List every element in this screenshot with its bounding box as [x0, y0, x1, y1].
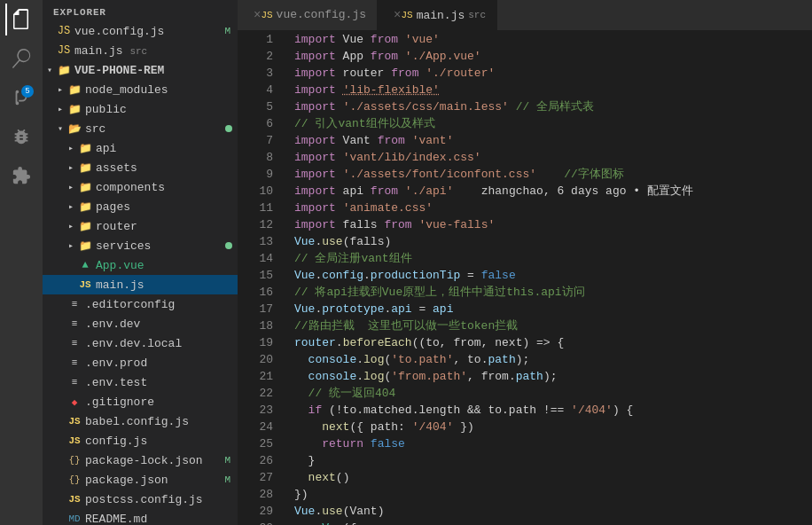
list-item[interactable]: 📁 components [43, 177, 238, 197]
folder-open-icon: 📂 [67, 121, 82, 136]
folder-icon: 📁 [78, 239, 92, 253]
tab-main-js[interactable]: × JS main.js src [378, 0, 497, 30]
list-item[interactable]: JS config.js [43, 431, 238, 451]
tree-arrow [64, 141, 78, 155]
code-line: next({ path: '/404' }) [294, 419, 812, 435]
tree-arrow [53, 82, 67, 97]
code-line: next() [294, 469, 812, 486]
tree-label: vue.config.js [74, 25, 224, 38]
line-numbers: 12345 678910 1112131415 1617181920 21222… [238, 31, 280, 525]
editor-tabs: × JS vue.config.js × JS main.js src [238, 0, 812, 31]
tree-arrow [64, 219, 78, 233]
file-tree: JS vue.config.js M JS main.js src 📁 VUE-… [43, 21, 238, 525]
json-icon: {} [67, 473, 82, 487]
sidebar-item-services[interactable]: 📁 services [43, 236, 238, 255]
js-icon: JS [57, 24, 71, 38]
code-editor: 12345 678910 1112131415 1617181920 21222… [238, 31, 812, 525]
code-line: // 全局注册vant组件 [294, 250, 812, 267]
list-item[interactable]: JS postcss.config.js [43, 490, 238, 509]
list-item[interactable]: JS babel.config.js [43, 411, 238, 431]
git-icon: ◆ [67, 395, 82, 409]
source-control-icon[interactable]: 5 [5, 82, 37, 114]
search-icon[interactable] [5, 43, 37, 74]
tree-label: public [85, 103, 238, 116]
code-line: Vue.config.productionTip = false [294, 267, 812, 284]
vue-icon: ▲ [78, 258, 92, 272]
tree-arrow [53, 121, 67, 136]
code-line: import Vant from 'vant' [294, 132, 812, 149]
tree-arrow [64, 180, 78, 194]
code-line: import falls from 'vue-falls' [294, 216, 812, 233]
code-line: router.beforeEach((to, from, next) => { [294, 334, 812, 351]
list-item[interactable]: 📁 api [43, 138, 238, 158]
folder-icon: 📁 [67, 82, 82, 97]
list-item[interactable]: 📁 public [43, 99, 238, 119]
list-item[interactable]: ≡ .env.dev.local [43, 333, 238, 353]
code-line: // 统一返回404 [294, 385, 812, 402]
list-item[interactable]: JS main.js src [43, 41, 238, 60]
debug-icon[interactable] [5, 121, 37, 153]
folder-icon: 📁 [57, 63, 71, 77]
code-line: import './assets/css/main.less' // 全局样式表 [294, 98, 812, 115]
code-line: //路由拦截 这里也可以做一些token拦截 [294, 317, 812, 334]
tree-label: README.md [85, 513, 238, 526]
services-label: services [96, 239, 225, 253]
code-line: import 'vant/lib/index.css' [294, 149, 812, 166]
tree-label: assets [96, 161, 238, 175]
code-line: console.log('to.path', to.path); [294, 351, 812, 368]
list-item[interactable]: ≡ .env.dev [43, 314, 238, 333]
tree-label: main.js [96, 278, 238, 292]
code-line: import App from './App.vue' [294, 48, 812, 65]
tree-label: pages [96, 200, 238, 214]
tree-arrow [64, 239, 78, 253]
list-item[interactable]: JS main.js [43, 275, 238, 294]
config-icon: ≡ [67, 297, 82, 311]
list-item[interactable]: 📂 src [43, 119, 238, 138]
tree-label: src [85, 122, 225, 136]
code-line: Vue.use(falls) [294, 233, 812, 250]
tab-close-btn[interactable]: × [254, 8, 261, 22]
json-icon: {} [67, 453, 82, 467]
code-line: import Vue from 'vue' [294, 31, 812, 48]
folder-icon: 📁 [78, 161, 92, 175]
tree-label: App.vue [96, 259, 238, 272]
tree-label: package.json [85, 474, 224, 487]
code-line: // 引入vant组件以及样式 [294, 115, 812, 132]
code-content[interactable]: import Vue from 'vue' import App from '.… [280, 31, 812, 525]
sidebar-item-router[interactable]: 📁 router [43, 216, 238, 236]
modified-dot [225, 242, 232, 249]
code-line: return false [294, 435, 812, 452]
extensions-icon[interactable] [5, 160, 37, 192]
router-label: router [96, 220, 238, 233]
list-item[interactable]: ▲ App.vue ← [43, 255, 238, 275]
tab-vue-config[interactable]: × JS vue.config.js [238, 0, 378, 30]
list-item[interactable]: JS vue.config.js M [43, 21, 238, 41]
list-item[interactable]: ◆ .gitignore [43, 392, 238, 411]
list-item[interactable]: MD README.md [43, 509, 238, 525]
list-item[interactable]: 📁 VUE-PHONE-REM [43, 60, 238, 80]
folder-icon: 📁 [78, 219, 92, 233]
modified-dot [225, 125, 232, 132]
tab-close-btn[interactable]: × [394, 8, 401, 22]
env-icon: ≡ [67, 375, 82, 389]
list-item[interactable]: 📁 assets [43, 158, 238, 177]
list-item[interactable]: ≡ .editorconfig [43, 294, 238, 314]
code-line: if (!to.matched.length && to.path !== '/… [294, 402, 812, 419]
list-item[interactable]: 📁 node_modules [43, 80, 238, 99]
files-icon[interactable] [5, 4, 37, 35]
tree-label: .env.dev.local [85, 337, 238, 350]
tab-js-icon: JS [261, 10, 272, 20]
code-line: new Vue({ [294, 520, 812, 525]
tab-label: main.js [417, 9, 465, 22]
tree-label: components [96, 181, 238, 194]
folder-icon: 📁 [78, 200, 92, 214]
tree-label: main.js src [74, 44, 238, 58]
list-item[interactable]: ≡ .env.prod [43, 353, 238, 372]
list-item[interactable]: {} package-lock.json M [43, 451, 238, 470]
tree-label: .env.test [85, 376, 238, 389]
list-item[interactable]: ≡ .env.test [43, 372, 238, 392]
list-item[interactable]: {} package.json M [43, 470, 238, 490]
sidebar: EXPLORER JS vue.config.js M JS main.js s… [43, 0, 238, 525]
code-line: Vue.use(Vant) [294, 503, 812, 520]
list-item[interactable]: 📁 pages [43, 197, 238, 216]
